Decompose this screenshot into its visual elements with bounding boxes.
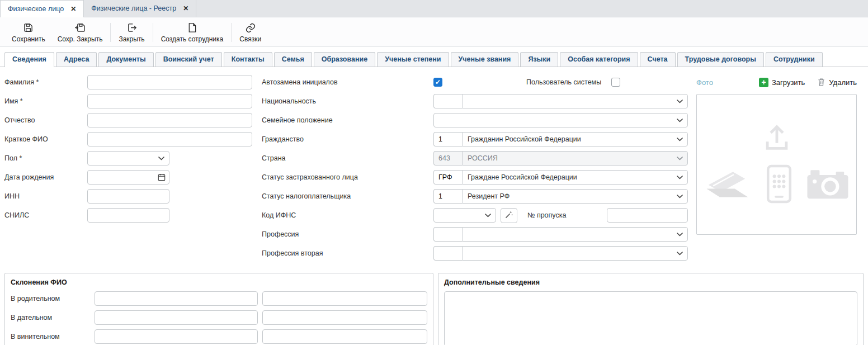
tab-kontakty[interactable]: Контакты [224,52,272,67]
profession-second-code-input[interactable] [433,246,463,261]
save-close-button[interactable]: Сохр. Закрыть [51,20,109,45]
scanner-icon [705,166,752,202]
close-doc-icon [126,22,137,34]
system-user-label: Пользователь системы [526,78,608,86]
field-dative: В дательном [11,310,427,325]
field-marital-status: Семейное положение [262,113,688,127]
field-genitive: В родительном [11,291,427,306]
field-inn: ИНН [4,189,262,204]
field-taxpayer-status: Статус налогоплательщика Резидент РФ [262,189,688,204]
insured-status-code-input[interactable] [433,170,463,185]
tab-semya[interactable]: Семья [274,52,312,67]
short-fio-input[interactable] [87,132,252,146]
field-snils: СНИЛС [4,208,262,223]
ifns-code-select[interactable] [433,208,496,223]
chevron-down-icon [485,214,491,218]
taxpayer-status-label: Статус налогоплательщика [262,192,433,200]
field-citizenship: Гражданство Гражданин Российской Федерац… [262,132,688,146]
save-close-icon [74,22,86,34]
dative-auto-input [262,310,427,325]
create-employee-button[interactable]: Создать сотрудника [155,20,230,45]
inn-input[interactable] [87,189,169,204]
genitive-input[interactable] [95,291,258,306]
insured-status-dropdown[interactable]: Граждане Российской Федерации [463,170,688,185]
tab-uchenye-zvaniya[interactable]: Ученые звания [451,52,519,67]
profession-dropdown[interactable] [463,227,688,242]
pass-number-input[interactable] [607,208,688,223]
profession-second-label: Профессия вторая [262,249,433,257]
delete-photo-button[interactable]: Удалить [817,78,857,87]
nationality-code-input[interactable] [433,94,463,108]
calendar-icon[interactable] [158,173,166,183]
chevron-down-icon [677,233,683,237]
nationality-dropdown[interactable] [463,94,688,108]
field-short-fio: Краткое ФИО [4,132,262,146]
additional-info-textarea[interactable] [444,291,857,345]
insured-status-value: Граждане Российской Федерации [468,173,673,181]
close-tab-icon[interactable]: ✕ [183,5,188,12]
taxpayer-status-code-input[interactable] [433,189,463,204]
tab-dokumenty[interactable]: Документы [98,52,153,67]
tab-voinskiy-uchet[interactable]: Воинский учет [155,52,222,67]
surname-input[interactable] [87,75,252,89]
field-first-name: Имя * [4,94,262,108]
tab-adresa[interactable]: Адреса [56,52,97,67]
tab-sotrudniki[interactable]: Сотрудники [766,52,823,67]
save-close-button-label: Сохр. Закрыть [58,35,103,43]
magic-wand-button[interactable] [501,208,517,223]
window-tab-persons-registry[interactable]: Физические лица - Реестр ✕ [84,0,196,17]
tab-yazyki[interactable]: Языки [520,52,558,67]
country-select: РОССИЯ [433,151,688,166]
additional-info-panel: Дополнительные сведения [438,273,864,345]
taxpayer-status-dropdown[interactable]: Резидент РФ [463,189,688,204]
field-patronymic: Отчество [4,113,262,127]
birth-date-input[interactable] [87,170,169,185]
surname-label: Фамилия * [4,78,87,86]
upload-photo-button[interactable]: + Загрузить [759,78,805,87]
tab-uchenye-stepeni[interactable]: Ученые степени [377,52,449,67]
field-gender: Пол * [4,151,262,166]
accusative-auto-input [262,329,427,344]
patronymic-label: Отчество [4,116,87,124]
upload-icon [761,121,793,155]
window-tab-person-card[interactable]: Физическое лицо ✕ [0,0,84,17]
close-button[interactable]: Закрыть [112,20,150,45]
gender-select[interactable] [87,151,169,166]
citizenship-code-input[interactable] [433,132,463,146]
create-employee-icon [187,22,197,34]
snils-label: СНИЛС [4,211,87,219]
tab-osobaya-kategoriya[interactable]: Особая категория [560,52,638,67]
dative-input[interactable] [95,310,258,325]
profession-code-input[interactable] [433,227,463,242]
accusative-input[interactable] [95,329,258,344]
patronymic-input[interactable] [87,113,252,127]
photo-dropzone[interactable] [696,94,857,235]
tab-obrazovanie[interactable]: Образование [314,52,375,67]
marital-status-select[interactable] [433,113,688,127]
form-left-column: Фамилия * Имя * Отчество Краткое ФИО Пол… [4,75,262,265]
tab-scheta[interactable]: Счета [640,52,676,67]
profession-label: Профессия [262,230,433,238]
toolbar-separator [110,23,111,42]
field-profession: Профессия [262,227,688,242]
links-button[interactable]: Связки [233,20,267,45]
first-name-label: Имя * [4,97,87,105]
first-name-input[interactable] [87,94,252,108]
citizenship-dropdown[interactable]: Гражданин Российской Федерации [463,132,688,146]
field-surname: Фамилия * [4,75,262,89]
save-button[interactable]: Сохранить [6,20,51,45]
smartphone-icon [766,164,792,204]
upload-photo-label: Загрузить [772,78,805,87]
country-dropdown[interactable]: РОССИЯ [463,151,688,166]
system-user-checkbox[interactable]: ✓ [611,78,620,87]
tab-svedeniya[interactable]: Сведения [4,52,54,67]
country-label: Страна [262,154,433,162]
close-tab-icon[interactable]: ✕ [70,6,76,12]
profession-second-dropdown[interactable] [463,246,688,261]
tab-trudovye-dogovory[interactable]: Трудовые договоры [677,52,764,67]
snils-input[interactable] [87,208,169,223]
chevron-down-icon [677,195,683,199]
auto-initials-checkbox[interactable]: ✓ [433,78,442,87]
save-icon [23,22,34,34]
save-button-label: Сохранить [12,35,45,43]
